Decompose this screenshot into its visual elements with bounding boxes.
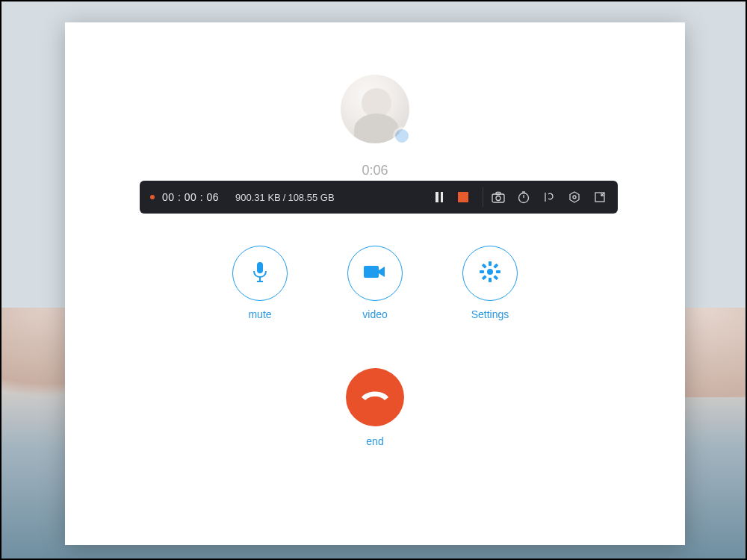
svg-rect-7	[489, 278, 492, 282]
svg-point-22	[573, 196, 576, 199]
microphone-icon	[249, 261, 270, 286]
svg-marker-4	[379, 267, 385, 277]
schedule-button[interactable]	[516, 190, 531, 205]
settings-button[interactable]: Settings	[462, 246, 518, 320]
annotate-button[interactable]	[542, 190, 557, 205]
call-duration: 0:06	[362, 163, 388, 178]
svg-rect-3	[364, 266, 379, 278]
video-button[interactable]: video	[347, 246, 403, 320]
pause-icon	[436, 192, 443, 202]
svg-rect-12	[482, 264, 487, 269]
settings-hex-icon	[568, 190, 581, 204]
svg-rect-16	[496, 193, 500, 195]
svg-point-5	[487, 269, 493, 275]
recording-indicator-icon	[150, 195, 155, 199]
contact-avatar	[341, 75, 409, 143]
svg-rect-14	[492, 194, 504, 202]
settings-label: Settings	[471, 308, 509, 320]
minimize-toolbar-button[interactable]	[592, 190, 607, 205]
minimize-icon	[594, 191, 606, 203]
pause-recording-button[interactable]	[427, 185, 451, 209]
mute-label: mute	[248, 308, 271, 320]
end-call-label: end	[346, 435, 404, 447]
call-controls: mute video	[232, 246, 518, 320]
phone-hangup-icon	[359, 388, 391, 406]
svg-rect-9	[496, 270, 500, 273]
gear-icon	[479, 261, 501, 286]
svg-rect-11	[482, 275, 487, 280]
stop-icon	[458, 192, 468, 202]
mute-button[interactable]: mute	[232, 246, 288, 320]
screen-recorder-toolbar[interactable]: 00 : 00 : 06 900.31 KB/108.55 GB	[140, 181, 618, 214]
svg-rect-10	[493, 264, 498, 269]
recording-settings-button[interactable]	[567, 190, 582, 205]
svg-marker-21	[570, 192, 579, 202]
camera-icon	[492, 191, 505, 203]
video-camera-icon	[362, 263, 388, 284]
screenshot-button[interactable]	[491, 190, 506, 205]
timer-icon	[517, 190, 530, 204]
svg-rect-8	[480, 270, 484, 273]
recording-elapsed: 00 : 00 : 06	[162, 191, 219, 203]
call-window: 0:06 Calls use Wi-Fi or your data plan m…	[65, 22, 685, 545]
svg-point-15	[496, 196, 500, 201]
recording-size: 900.31 KB/108.55 GB	[235, 192, 335, 203]
svg-rect-0	[257, 262, 263, 273]
svg-rect-13	[493, 275, 498, 280]
stop-recording-button[interactable]	[451, 185, 475, 209]
annotate-icon	[542, 190, 556, 204]
toolbar-divider	[483, 187, 483, 207]
presence-badge	[393, 127, 411, 145]
end-call-button[interactable]	[346, 368, 404, 426]
video-label: video	[362, 308, 387, 320]
svg-rect-6	[489, 261, 492, 266]
